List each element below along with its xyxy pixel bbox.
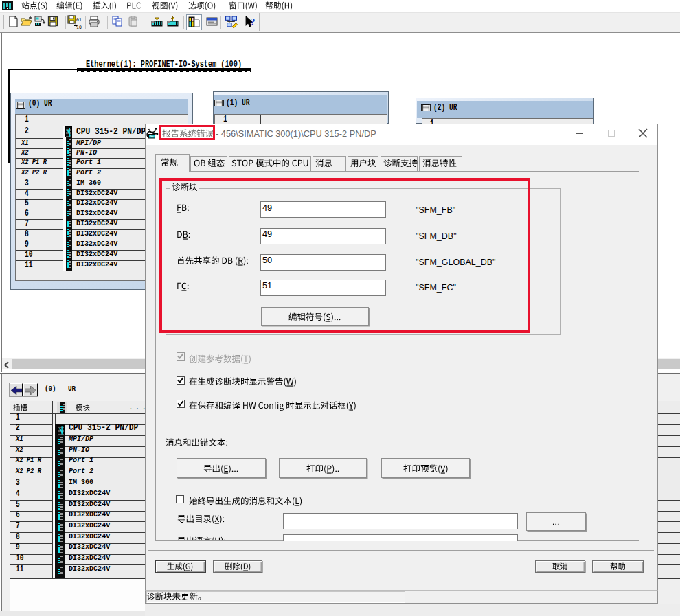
svg-text:SF: SF	[149, 135, 153, 138]
svg-text:01: 01	[76, 17, 82, 23]
svg-text:10: 10	[76, 25, 82, 29]
svg-text:?: ?	[250, 17, 255, 27]
